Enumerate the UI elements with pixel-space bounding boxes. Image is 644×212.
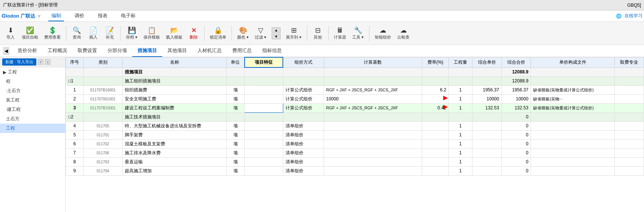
cell-feature[interactable] — [245, 130, 283, 139]
sidebar-toolbar: 新建 · 导入导出 ↑ ↓ — [0, 57, 65, 67]
save-button[interactable]: 💾 存档 ▾ — [124, 25, 140, 42]
insert-button[interactable]: 📄 插入 — [86, 25, 101, 42]
cell-qty: 1 — [449, 85, 472, 94]
sidebar-item-project2[interactable]: 程 — [0, 77, 65, 86]
table-row[interactable]: 2 011707001001 安全文明施工费 项 计算公式组价 10000 ▶ … — [66, 94, 644, 103]
cell-method: 计算公式组价 — [283, 94, 324, 103]
table-row[interactable]: 5 011701 脚手架费 项 清单组价 1 0 — [66, 130, 644, 139]
cell-total-price: 1956.37 — [502, 85, 531, 94]
cell-name: 混凝土模板及支架费 — [123, 139, 227, 148]
other-button[interactable]: ⊟ 其他 — [310, 25, 325, 42]
supplement-button[interactable]: 📝 补充 — [102, 25, 117, 42]
cell-method — [283, 76, 324, 85]
save-icon: 💾 — [128, 26, 136, 34]
cell-feature[interactable] — [245, 157, 283, 166]
delete-button[interactable]: ✕ 删除 — [186, 25, 201, 42]
cloud-check-button[interactable]: ☁ 云检查 — [395, 25, 412, 42]
nav-up-button[interactable]: ▲ — [272, 27, 281, 33]
cell-feature[interactable] — [245, 166, 283, 175]
fee-view-button[interactable]: 💲 费用查看 — [42, 25, 63, 42]
sidebar-item-decor[interactable]: 装工程 — [0, 96, 65, 105]
menu-item-adjust[interactable]: 调价 — [72, 11, 87, 21]
search-button[interactable]: 🔍 查询 — [69, 25, 84, 42]
tab-project-overview[interactable]: 工程概况 — [42, 45, 72, 57]
table-row[interactable]: 8 011703 垂直运输 项 清单组价 1 0 — [66, 157, 644, 166]
save-template-button[interactable]: 📋 保存模板 — [141, 25, 162, 42]
lock-button[interactable]: 🔒 锁定清单 — [208, 25, 229, 42]
table-row[interactable]: 4 011705 特、大型施工机械设备进出场及安拆费 项 清单组价 1 0 — [66, 121, 644, 130]
delete-label: 删除 — [190, 34, 198, 40]
supplement-icon: 📝 — [106, 26, 114, 34]
cell-rate: 0.42 ▶ — [422, 103, 448, 112]
cell-feature[interactable] — [245, 103, 283, 112]
sidebar-item-project1[interactable]: ▶ 工程 — [0, 67, 65, 77]
tool-button[interactable]: 🔧 工具 ▾ — [350, 25, 366, 42]
expand-button[interactable]: ⊞ 展开到 ▾ — [284, 25, 304, 42]
expand-icon1: ▶ — [3, 70, 6, 75]
sep6 — [328, 26, 329, 41]
sidebar: 新建 · 导入导出 ↑ ↓ ▶ 工程 程 ·土石方 装工程 ·建工程 土石方 工… — [0, 57, 66, 212]
cell-qty: 1 — [449, 148, 472, 157]
table-header-row: 序号 类别 名称 单位 项目特征 组价方式 计算基数 费率(%) 工程量 综合单… — [66, 57, 644, 67]
import-button[interactable]: ⬇ 导入 — [3, 25, 18, 42]
cell-seq: 9 — [66, 166, 84, 175]
cell-unit: 项 — [227, 166, 245, 175]
menu-item-edit[interactable]: 编制 — [48, 11, 64, 21]
cell-feature[interactable] — [245, 139, 283, 148]
tab-measures[interactable]: 措施项目 — [132, 45, 162, 57]
tab-materials[interactable]: 人材机汇总 — [192, 45, 227, 57]
table-row[interactable]: 1 011707B16001 组织措施费 项 计算公式组价 RGF + JXF … — [66, 85, 644, 94]
tab-other[interactable]: 其他项目 — [162, 45, 192, 57]
cell-profession — [614, 112, 644, 121]
cell-feature[interactable] — [245, 94, 283, 103]
smart-price-button[interactable]: ☁ 智能组价 — [372, 25, 393, 42]
new-import-button[interactable]: 新建 · 导入导出 — [2, 58, 36, 66]
menu-item-report[interactable]: 报表 — [95, 11, 111, 21]
tab-fee-settings[interactable]: 取费设置 — [72, 45, 102, 57]
cell-price-file — [531, 157, 614, 166]
nav-down-sidebar[interactable]: ↓ — [45, 59, 51, 65]
cell-feature[interactable] — [245, 121, 283, 130]
cell-price-file — [531, 139, 614, 148]
cell-feature[interactable] — [245, 148, 283, 157]
sidebar-item-civil[interactable]: ·建工程 — [0, 105, 65, 114]
table-row: □1 施工组织措施项目 12088.9 — [66, 76, 644, 85]
cell-price-file — [531, 148, 614, 157]
table-row[interactable]: 9 011704 超高施工增加 项 清单组价 1 0 — [66, 166, 644, 175]
sidebar-item-eng[interactable]: 工程 — [0, 124, 65, 133]
table-row[interactable]: 6 011702 混凝土模板及支架费 项 清单组价 1 0 — [66, 139, 644, 148]
cell-profession — [614, 130, 644, 139]
cell-unit-price — [472, 157, 501, 166]
filter-button[interactable]: ▽ 过滤 ▾ — [253, 25, 269, 42]
table-row[interactable]: 7 011706 施工排水及降水费 项 清单组价 1 0 — [66, 148, 644, 157]
cell-base: 10000 — [324, 94, 422, 103]
cloud-icon: ☁ — [400, 26, 407, 34]
sep3 — [204, 26, 205, 41]
import-label: 导入 — [6, 34, 15, 40]
table-row-selected[interactable]: 3 011707B15001 建设工程设工档案编制费 项 计算公式组价 RGF … — [66, 103, 644, 112]
cell-feature[interactable] — [245, 85, 283, 94]
check-icon: ✅ — [26, 26, 34, 34]
cell-rate — [422, 121, 448, 130]
col-seq: 序号 — [66, 57, 84, 67]
color-button[interactable]: 🎨 颜色 ▾ — [235, 25, 251, 42]
load-template-button[interactable]: 📂 载入模板 — [164, 25, 185, 42]
nav-down-button[interactable]: ▼ — [272, 34, 281, 39]
cell-total-price: 0 — [502, 166, 531, 175]
tab-indicators[interactable]: 指标信息 — [257, 45, 287, 57]
sidebar-item-earth[interactable]: ·土石方 — [0, 86, 65, 96]
nav-up-sidebar[interactable]: ↑ — [38, 59, 43, 65]
tab-sections[interactable]: 分部分项 — [102, 45, 132, 57]
sidebar-item-earth2[interactable]: 土石方 — [0, 114, 65, 124]
tab-fee-summary[interactable]: 费用汇总 — [227, 45, 257, 57]
tab-cost-analysis[interactable]: 造价分析 — [12, 45, 42, 57]
cell-category: 011704 — [84, 166, 123, 175]
cell-unit-price — [472, 76, 501, 85]
calculator-button[interactable]: 🖩 计算器 — [332, 25, 348, 42]
project-check-button[interactable]: ✅ 项目自检 — [19, 25, 40, 42]
menu-item-etender[interactable]: 电子标 — [118, 11, 139, 21]
online-label[interactable]: 在线学习 — [625, 13, 643, 19]
fee-icon: 💲 — [48, 26, 57, 34]
cell-profession — [614, 166, 644, 175]
collapse-sidebar-button[interactable]: ◀ — [3, 47, 9, 55]
